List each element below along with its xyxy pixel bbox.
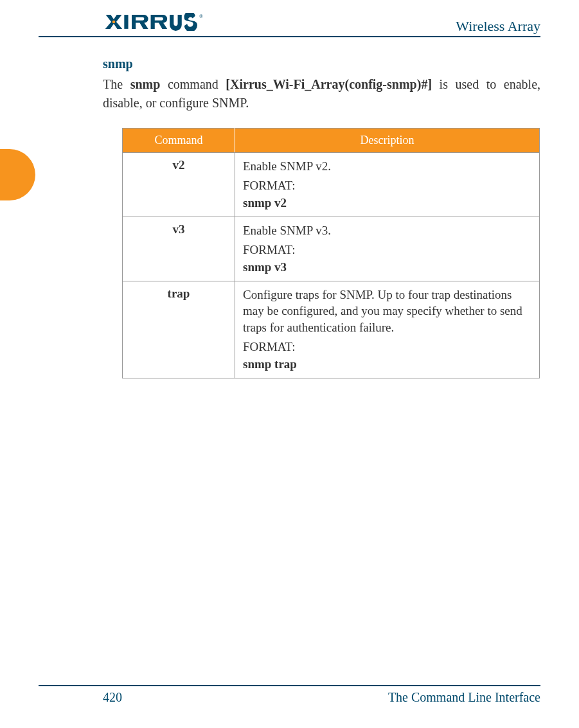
header-title: Wireless Array [456,18,540,35]
intro-paragraph: The snmp command [Xirrus_Wi-Fi_Array(con… [103,75,540,112]
table-row: trap Configure traps for SNMP. Up to fou… [123,281,540,378]
xirrus-logo-icon: ® [103,13,206,31]
svg-point-0 [112,21,116,24]
section-title: snmp [103,57,540,71]
command-table: Command Description v2 Enable SNMP v2. F… [122,128,540,378]
intro-cli-prompt: [Xirrus_Wi-Fi_Array(config-snmp)#] [226,77,432,91]
thumb-tab-icon [0,149,35,200]
cell-description: Enable SNMP v3. FORMAT: snmp v3 [235,217,540,281]
chapter-title: The Command Line Interface [388,690,540,705]
page: ® Wireless Array snmp The snmp command [… [0,0,579,728]
description-text: Enable SNMP v3. [243,222,531,239]
format-label: FORMAT: [243,242,531,258]
page-header: ® Wireless Array [39,13,540,37]
format-label: FORMAT: [243,339,531,355]
cell-command: trap [123,281,235,378]
cell-command: v3 [123,217,235,281]
cell-description: Configure traps for SNMP. Up to four tra… [235,281,540,378]
description-text: Configure traps for SNMP. Up to four tra… [243,287,531,336]
page-number: 420 [103,690,122,705]
format-label: FORMAT: [243,177,531,194]
col-header-description: Description [235,129,540,153]
svg-rect-1 [124,15,128,29]
svg-text:®: ® [199,13,203,19]
description-text: Enable SNMP v2. [243,158,531,175]
intro-command-name: snmp [130,77,161,91]
format-value: snmp v3 [243,259,531,276]
format-value: snmp trap [243,356,531,373]
table-row: v3 Enable SNMP v3. FORMAT: snmp v3 [123,217,540,281]
page-footer: 420 The Command Line Interface [39,685,540,705]
cell-description: Enable SNMP v2. FORMAT: snmp v2 [235,153,540,217]
intro-text-prefix: The [103,77,130,91]
intro-text-mid: command [160,77,226,91]
col-header-command: Command [123,129,235,153]
table-row: v2 Enable SNMP v2. FORMAT: snmp v2 [123,153,540,217]
format-value: snmp v2 [243,195,531,211]
table-header-row: Command Description [123,129,540,153]
cell-command: v2 [123,153,235,217]
